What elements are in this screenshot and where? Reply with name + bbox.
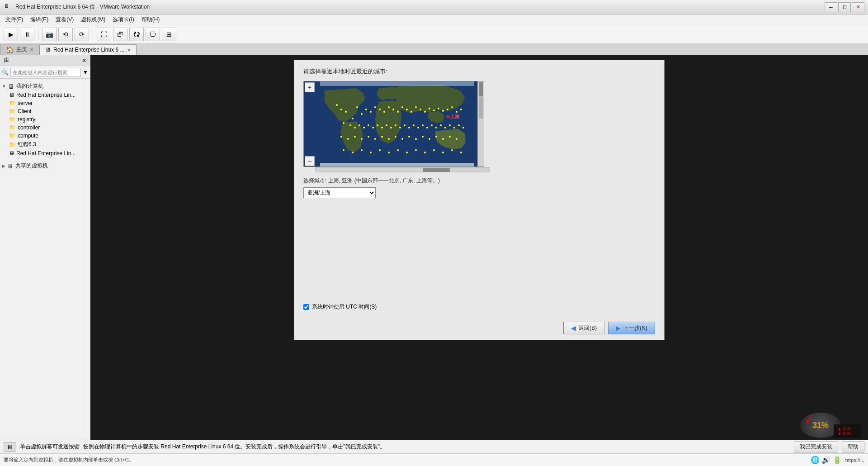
panel-title: 请选择靠近本地时区最近的城市: bbox=[303, 67, 655, 76]
toolbar-btn-view4[interactable]: ⊞ bbox=[162, 28, 176, 41]
tree-group-mycomputer: ▼ 🖥 我的计算机 🖥 Red Hat Enterprise Lin... 📁 … bbox=[0, 81, 90, 158]
toolbar-btn-unity[interactable]: 🗗 bbox=[113, 28, 127, 41]
computer-icon: 🖥 bbox=[8, 83, 14, 90]
menu-help[interactable]: 帮助(H) bbox=[138, 15, 164, 24]
tab-home-close[interactable]: ✕ bbox=[30, 47, 33, 52]
title-bar: 🖥 Red Hat Enterprise Linux 6 64 位 - VMwa… bbox=[0, 0, 868, 14]
toolbar-btn-view2[interactable]: 🗘 bbox=[129, 28, 144, 41]
sidebar-item-redhat63[interactable]: 📁 红帽6.3 bbox=[7, 140, 90, 149]
tab-home-label: 主页 bbox=[16, 46, 27, 53]
back-icon: ◀ bbox=[571, 324, 576, 332]
sidebar-item-client[interactable]: 📁 Client bbox=[7, 107, 90, 115]
tab-vm-label: Red Hat Enterprise Linux 6 ... bbox=[53, 47, 124, 53]
close-button[interactable]: ✕ bbox=[852, 2, 864, 12]
sidebar-item-server[interactable]: 📁 server bbox=[7, 99, 90, 107]
toolbar-btn-power[interactable]: ▶ bbox=[4, 28, 18, 41]
search-dropdown-icon[interactable]: ▼ bbox=[83, 69, 88, 76]
map-scrollbar-vertical[interactable] bbox=[477, 81, 484, 167]
menu-edit[interactable]: 编辑(E) bbox=[27, 15, 52, 24]
toolbar-btn-forward[interactable]: ⟳ bbox=[75, 28, 89, 41]
sidebar-item-label-client: Client bbox=[18, 108, 32, 114]
sidebar-search-row: 🔍 ▼ bbox=[0, 66, 90, 79]
search-icon: 🔍 bbox=[2, 69, 9, 76]
shared-icon: 🖥 bbox=[7, 162, 14, 170]
sidebar-header: 库 ✕ bbox=[0, 55, 90, 66]
sidebar-item-rhel2[interactable]: 🖥 Red Hat Enterprise Lin... bbox=[7, 149, 90, 157]
toolbar-sep-1 bbox=[38, 29, 38, 40]
menu-bar: 文件(F) 编辑(E) 查看(V) 虚拟机(M) 选项卡(I) 帮助(H) bbox=[0, 14, 868, 25]
toolbar-btn-fullscreen[interactable]: ⛶ bbox=[97, 28, 111, 41]
sidebar-item-controller[interactable]: 📁 controller bbox=[7, 124, 90, 132]
sidebar-item-rhel1[interactable]: 🖥 Red Hat Enterprise Lin... bbox=[7, 91, 90, 99]
zoom-in-button[interactable]: + bbox=[305, 82, 315, 92]
sidebar-item-registry[interactable]: 📁 registry bbox=[7, 115, 90, 124]
shared-expand-icon: ▶ bbox=[2, 163, 5, 168]
sidebar-item-label-server: server bbox=[18, 100, 33, 106]
speed-panel: ▲ 0k/s ▼ 0k/s bbox=[834, 424, 861, 438]
selected-city-text: 选择城市: 上海, 亚洲 (中国东部——北京, 广东, 上海等。) bbox=[303, 177, 440, 184]
utc-checkbox[interactable] bbox=[303, 304, 309, 310]
status-bar: 🖥 单击虚拟屏幕可发送按键 按照在物理计算机中的步骤安装 Red Hat Ent… bbox=[0, 440, 868, 453]
toolbar-sep-2 bbox=[93, 29, 93, 40]
my-computer-label: 我的计算机 bbox=[16, 82, 43, 90]
tab-vm-close[interactable]: ✕ bbox=[127, 48, 131, 52]
vm-icon-1: 🖥 bbox=[9, 92, 14, 98]
folder-icon-rh63: 📁 bbox=[9, 142, 16, 148]
minimize-button[interactable]: ─ bbox=[825, 2, 837, 12]
timezone-dropdown[interactable]: 亚洲/上海 bbox=[303, 187, 376, 198]
search-input[interactable] bbox=[10, 68, 81, 77]
tabs-row: 🏠 主页 ✕ 🖥 Red Hat Enterprise Linux 6 ... … bbox=[0, 43, 868, 55]
folder-icon-server: 📁 bbox=[9, 100, 16, 106]
back-label: 返回(B) bbox=[579, 324, 597, 332]
tab-vm[interactable]: 🖥 Red Hat Enterprise Linux 6 ... ✕ bbox=[39, 44, 137, 55]
next-label: 下一步(N) bbox=[623, 324, 647, 332]
sidebar-item-compute[interactable]: 📁 compute bbox=[7, 132, 90, 140]
menu-vm[interactable]: 虚拟机(M) bbox=[77, 15, 109, 24]
finish-install-button[interactable]: 我已完成安装 bbox=[794, 442, 838, 452]
main-layout: 库 ✕ 🔍 ▼ ▼ 🖥 我的计算机 🖥 Red Hat Enterprise L… bbox=[0, 55, 868, 440]
status-vm-icon: 🖥 bbox=[4, 442, 16, 452]
network-percent: 31% bbox=[812, 421, 829, 430]
vm-icon-2: 🖥 bbox=[9, 150, 14, 157]
toolbar-btn-snapshot[interactable]: 📷 bbox=[42, 28, 57, 41]
window-controls: ─ ◻ ✕ bbox=[825, 2, 864, 12]
svg-rect-2 bbox=[320, 163, 474, 167]
sidebar: 库 ✕ 🔍 ▼ ▼ 🖥 我的计算机 🖥 Red Hat Enterprise L… bbox=[0, 55, 90, 440]
map-scrollbar-horizontal[interactable] bbox=[315, 167, 490, 172]
expand-icon: ▼ bbox=[2, 84, 6, 89]
status-description: 按照在物理计算机中的步骤安装 Red Hat Enterprise Linux … bbox=[83, 443, 790, 451]
zoom-out-button[interactable]: − bbox=[305, 156, 315, 166]
toolbar-btn-revert[interactable]: ⟲ bbox=[58, 28, 73, 41]
tree-group-header[interactable]: ▼ 🖥 我的计算机 bbox=[0, 81, 90, 91]
vm-installation-panel: 请选择靠近本地时区最近的城市: + − bbox=[294, 60, 665, 340]
tree-children: 🖥 Red Hat Enterprise Lin... 📁 server 📁 C… bbox=[7, 91, 90, 157]
vm-panel-content: 请选择靠近本地时区最近的城市: + − bbox=[294, 60, 664, 296]
window-title: Red Hat Enterprise Linux 6 64 位 - VMware… bbox=[15, 3, 825, 11]
toolbar-btn-view3[interactable]: 🖵 bbox=[146, 28, 160, 41]
next-button[interactable]: ▶ 下一步(N) bbox=[608, 322, 655, 334]
sidebar-item-label-rhel1: Red Hat Enterprise Lin... bbox=[16, 92, 75, 98]
menu-tab[interactable]: 选项卡(I) bbox=[109, 15, 137, 24]
timezone-map[interactable]: + − bbox=[303, 81, 484, 167]
sidebar-title: 库 bbox=[4, 57, 9, 64]
help-button[interactable]: 帮助 bbox=[842, 442, 864, 452]
home-icon: 🏠 bbox=[6, 46, 14, 53]
back-button[interactable]: ◀ 返回(B) bbox=[563, 322, 604, 334]
tree-group-shared: ▶ 🖥 共享的虚拟机 bbox=[0, 160, 90, 171]
sidebar-close-icon[interactable]: ✕ bbox=[82, 57, 86, 64]
menu-file[interactable]: 文件(F) bbox=[2, 15, 27, 24]
app-icon: 🖥 bbox=[4, 3, 13, 12]
toolbar-btn-pause[interactable]: ⏸ bbox=[20, 28, 34, 41]
folder-icon-registry: 📁 bbox=[9, 116, 16, 123]
sidebar-item-label-rhel2: Red Hat Enterprise Lin... bbox=[16, 150, 75, 157]
scroll-track-v bbox=[479, 82, 483, 119]
tab-home[interactable]: 🏠 主页 ✕ bbox=[0, 44, 39, 55]
world-map-svg bbox=[316, 81, 478, 167]
utc-checkbox-row: 系统时钟使用 UTC 时间(S) bbox=[294, 296, 664, 318]
scroll-thumb-h bbox=[423, 168, 450, 172]
sidebar-item-label-registry: registry bbox=[18, 116, 35, 123]
restore-button[interactable]: ◻ bbox=[838, 2, 851, 12]
bottom-bar: 要将输入定向到虚拟机，请在虚拟机内部单击或按 Ctrl+G。 🌐 🔊 🔋 htt… bbox=[0, 453, 868, 466]
shared-group-header[interactable]: ▶ 🖥 共享的虚拟机 bbox=[0, 161, 90, 171]
menu-view[interactable]: 查看(V) bbox=[52, 15, 77, 24]
